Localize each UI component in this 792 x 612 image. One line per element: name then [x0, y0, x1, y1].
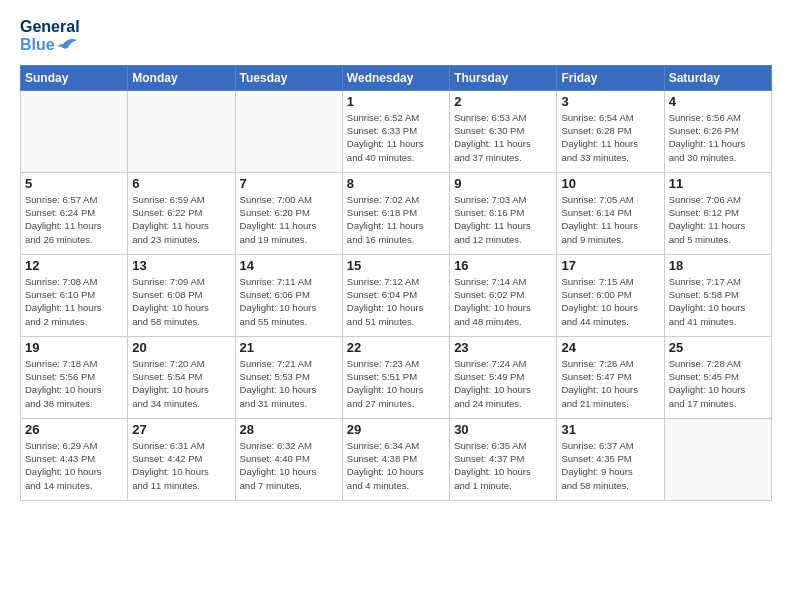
week-row-4: 19Sunrise: 7:18 AM Sunset: 5:56 PM Dayli…: [21, 336, 772, 418]
day-number: 18: [669, 258, 767, 273]
day-number: 22: [347, 340, 445, 355]
day-number: 9: [454, 176, 552, 191]
calendar-cell: 21Sunrise: 7:21 AM Sunset: 5:53 PM Dayli…: [235, 336, 342, 418]
day-number: 16: [454, 258, 552, 273]
calendar-cell: 24Sunrise: 7:26 AM Sunset: 5:47 PM Dayli…: [557, 336, 664, 418]
day-info: Sunrise: 7:26 AM Sunset: 5:47 PM Dayligh…: [561, 357, 659, 410]
calendar-cell: 22Sunrise: 7:23 AM Sunset: 5:51 PM Dayli…: [342, 336, 449, 418]
day-number: 20: [132, 340, 230, 355]
weekday-header-row: SundayMondayTuesdayWednesdayThursdayFrid…: [21, 65, 772, 90]
calendar-cell: 20Sunrise: 7:20 AM Sunset: 5:54 PM Dayli…: [128, 336, 235, 418]
calendar-cell: 4Sunrise: 6:56 AM Sunset: 6:26 PM Daylig…: [664, 90, 771, 172]
calendar-cell: [21, 90, 128, 172]
day-info: Sunrise: 7:05 AM Sunset: 6:14 PM Dayligh…: [561, 193, 659, 246]
calendar-cell: 28Sunrise: 6:32 AM Sunset: 4:40 PM Dayli…: [235, 418, 342, 500]
calendar-cell: 11Sunrise: 7:06 AM Sunset: 6:12 PM Dayli…: [664, 172, 771, 254]
day-number: 10: [561, 176, 659, 191]
day-info: Sunrise: 6:34 AM Sunset: 4:38 PM Dayligh…: [347, 439, 445, 492]
day-info: Sunrise: 6:53 AM Sunset: 6:30 PM Dayligh…: [454, 111, 552, 164]
day-info: Sunrise: 7:00 AM Sunset: 6:20 PM Dayligh…: [240, 193, 338, 246]
day-info: Sunrise: 6:29 AM Sunset: 4:43 PM Dayligh…: [25, 439, 123, 492]
day-number: 14: [240, 258, 338, 273]
calendar-cell: 6Sunrise: 6:59 AM Sunset: 6:22 PM Daylig…: [128, 172, 235, 254]
calendar-cell: 8Sunrise: 7:02 AM Sunset: 6:18 PM Daylig…: [342, 172, 449, 254]
calendar-cell: 27Sunrise: 6:31 AM Sunset: 4:42 PM Dayli…: [128, 418, 235, 500]
day-number: 2: [454, 94, 552, 109]
calendar-cell: 25Sunrise: 7:28 AM Sunset: 5:45 PM Dayli…: [664, 336, 771, 418]
day-info: Sunrise: 7:12 AM Sunset: 6:04 PM Dayligh…: [347, 275, 445, 328]
day-info: Sunrise: 6:54 AM Sunset: 6:28 PM Dayligh…: [561, 111, 659, 164]
day-info: Sunrise: 7:14 AM Sunset: 6:02 PM Dayligh…: [454, 275, 552, 328]
logo-bird-icon: [57, 37, 77, 51]
calendar-cell: [664, 418, 771, 500]
day-info: Sunrise: 7:11 AM Sunset: 6:06 PM Dayligh…: [240, 275, 338, 328]
logo-blue-text: Blue: [20, 36, 55, 54]
week-row-2: 5Sunrise: 6:57 AM Sunset: 6:24 PM Daylig…: [21, 172, 772, 254]
weekday-header-sunday: Sunday: [21, 65, 128, 90]
day-info: Sunrise: 6:32 AM Sunset: 4:40 PM Dayligh…: [240, 439, 338, 492]
weekday-header-saturday: Saturday: [664, 65, 771, 90]
day-info: Sunrise: 7:03 AM Sunset: 6:16 PM Dayligh…: [454, 193, 552, 246]
day-info: Sunrise: 6:57 AM Sunset: 6:24 PM Dayligh…: [25, 193, 123, 246]
day-info: Sunrise: 7:18 AM Sunset: 5:56 PM Dayligh…: [25, 357, 123, 410]
day-number: 23: [454, 340, 552, 355]
day-number: 1: [347, 94, 445, 109]
day-number: 3: [561, 94, 659, 109]
day-number: 12: [25, 258, 123, 273]
week-row-5: 26Sunrise: 6:29 AM Sunset: 4:43 PM Dayli…: [21, 418, 772, 500]
weekday-header-friday: Friday: [557, 65, 664, 90]
weekday-header-wednesday: Wednesday: [342, 65, 449, 90]
calendar-cell: 16Sunrise: 7:14 AM Sunset: 6:02 PM Dayli…: [450, 254, 557, 336]
day-number: 24: [561, 340, 659, 355]
day-number: 6: [132, 176, 230, 191]
day-number: 8: [347, 176, 445, 191]
calendar-cell: 1Sunrise: 6:52 AM Sunset: 6:33 PM Daylig…: [342, 90, 449, 172]
day-info: Sunrise: 7:08 AM Sunset: 6:10 PM Dayligh…: [25, 275, 123, 328]
calendar-cell: 18Sunrise: 7:17 AM Sunset: 5:58 PM Dayli…: [664, 254, 771, 336]
logo: General Blue: [20, 18, 80, 55]
weekday-header-tuesday: Tuesday: [235, 65, 342, 90]
day-number: 5: [25, 176, 123, 191]
calendar-cell: 17Sunrise: 7:15 AM Sunset: 6:00 PM Dayli…: [557, 254, 664, 336]
page: General Blue SundayMondayTuesdayWednesda…: [0, 0, 792, 511]
calendar-cell: 29Sunrise: 6:34 AM Sunset: 4:38 PM Dayli…: [342, 418, 449, 500]
day-number: 29: [347, 422, 445, 437]
day-info: Sunrise: 7:23 AM Sunset: 5:51 PM Dayligh…: [347, 357, 445, 410]
day-info: Sunrise: 7:17 AM Sunset: 5:58 PM Dayligh…: [669, 275, 767, 328]
day-number: 21: [240, 340, 338, 355]
calendar-cell: [235, 90, 342, 172]
calendar-cell: 9Sunrise: 7:03 AM Sunset: 6:16 PM Daylig…: [450, 172, 557, 254]
calendar-cell: 10Sunrise: 7:05 AM Sunset: 6:14 PM Dayli…: [557, 172, 664, 254]
week-row-3: 12Sunrise: 7:08 AM Sunset: 6:10 PM Dayli…: [21, 254, 772, 336]
day-number: 15: [347, 258, 445, 273]
day-number: 30: [454, 422, 552, 437]
day-info: Sunrise: 7:21 AM Sunset: 5:53 PM Dayligh…: [240, 357, 338, 410]
day-number: 17: [561, 258, 659, 273]
calendar-cell: 7Sunrise: 7:00 AM Sunset: 6:20 PM Daylig…: [235, 172, 342, 254]
calendar-cell: 3Sunrise: 6:54 AM Sunset: 6:28 PM Daylig…: [557, 90, 664, 172]
day-info: Sunrise: 7:02 AM Sunset: 6:18 PM Dayligh…: [347, 193, 445, 246]
day-info: Sunrise: 6:35 AM Sunset: 4:37 PM Dayligh…: [454, 439, 552, 492]
calendar-cell: 13Sunrise: 7:09 AM Sunset: 6:08 PM Dayli…: [128, 254, 235, 336]
week-row-1: 1Sunrise: 6:52 AM Sunset: 6:33 PM Daylig…: [21, 90, 772, 172]
logo-general-text: General: [20, 18, 80, 36]
weekday-header-monday: Monday: [128, 65, 235, 90]
day-info: Sunrise: 6:56 AM Sunset: 6:26 PM Dayligh…: [669, 111, 767, 164]
calendar-cell: 30Sunrise: 6:35 AM Sunset: 4:37 PM Dayli…: [450, 418, 557, 500]
day-info: Sunrise: 6:59 AM Sunset: 6:22 PM Dayligh…: [132, 193, 230, 246]
day-number: 28: [240, 422, 338, 437]
day-info: Sunrise: 7:20 AM Sunset: 5:54 PM Dayligh…: [132, 357, 230, 410]
calendar-cell: 14Sunrise: 7:11 AM Sunset: 6:06 PM Dayli…: [235, 254, 342, 336]
calendar-cell: 19Sunrise: 7:18 AM Sunset: 5:56 PM Dayli…: [21, 336, 128, 418]
day-info: Sunrise: 6:52 AM Sunset: 6:33 PM Dayligh…: [347, 111, 445, 164]
day-number: 25: [669, 340, 767, 355]
calendar-cell: 12Sunrise: 7:08 AM Sunset: 6:10 PM Dayli…: [21, 254, 128, 336]
day-info: Sunrise: 7:24 AM Sunset: 5:49 PM Dayligh…: [454, 357, 552, 410]
calendar-table: SundayMondayTuesdayWednesdayThursdayFrid…: [20, 65, 772, 501]
calendar-cell: 2Sunrise: 6:53 AM Sunset: 6:30 PM Daylig…: [450, 90, 557, 172]
day-number: 27: [132, 422, 230, 437]
calendar-cell: 5Sunrise: 6:57 AM Sunset: 6:24 PM Daylig…: [21, 172, 128, 254]
calendar-cell: 31Sunrise: 6:37 AM Sunset: 4:35 PM Dayli…: [557, 418, 664, 500]
weekday-header-thursday: Thursday: [450, 65, 557, 90]
day-number: 4: [669, 94, 767, 109]
